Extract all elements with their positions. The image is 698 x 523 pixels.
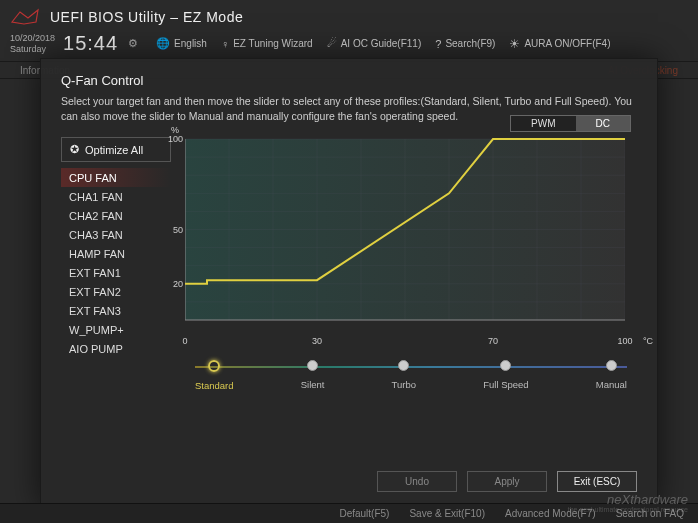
xtick: 30 — [312, 336, 322, 346]
nav-aura[interactable]: ☀ AURA ON/OFF(F4) — [509, 37, 610, 51]
globe-icon: 🌐 — [156, 37, 170, 50]
fan-list: ✪ Optimize All CPU FANCHA1 FANCHA2 FANCH… — [61, 137, 171, 394]
profile-standard[interactable]: Standard — [195, 360, 234, 391]
fan-item-aio-pump[interactable]: AIO PUMP — [61, 339, 171, 358]
fan-curve-chart[interactable]: % °C 205010003070100 — [185, 137, 637, 332]
nav-language[interactable]: 🌐 English — [156, 37, 207, 50]
xtick: 70 — [488, 336, 498, 346]
date-block: 10/20/2018 Saturday — [10, 33, 55, 55]
fan-item-cha3-fan[interactable]: CHA3 FAN — [61, 225, 171, 244]
x-axis-unit: °C — [643, 336, 653, 346]
nav-language-label: English — [174, 38, 207, 49]
fan-item-cha2-fan[interactable]: CHA2 FAN — [61, 206, 171, 225]
footer-save[interactable]: Save & Exit(F10) — [409, 508, 485, 519]
footer-default[interactable]: Default(F5) — [339, 508, 389, 519]
nav-search[interactable]: ? Search(F9) — [435, 38, 495, 50]
xtick: 0 — [182, 336, 187, 346]
nav-oc-label: AI OC Guide(F11) — [341, 38, 422, 49]
profile-silent[interactable]: Silent — [301, 360, 325, 391]
aura-icon: ☀ — [509, 37, 520, 51]
profile-dot — [398, 360, 409, 371]
fan-item-w-pump-[interactable]: W_PUMP+ — [61, 320, 171, 339]
fan-item-ext-fan3[interactable]: EXT FAN3 — [61, 301, 171, 320]
fan-item-ext-fan1[interactable]: EXT FAN1 — [61, 263, 171, 282]
footer-advanced[interactable]: Advanced Mode(F7) — [505, 508, 596, 519]
nav-aura-label: AURA ON/OFF(F4) — [524, 38, 610, 49]
undo-button[interactable]: Undo — [377, 471, 457, 492]
nav-wizard[interactable]: ♀ EZ Tuning Wizard — [221, 38, 313, 50]
optimize-icon: ✪ — [70, 143, 79, 156]
optimize-all-button[interactable]: ✪ Optimize All — [61, 137, 171, 162]
ytick: 100 — [167, 134, 183, 144]
profile-manual[interactable]: Manual — [596, 360, 627, 391]
modal-title: Q-Fan Control — [61, 73, 637, 88]
optimize-all-label: Optimize All — [85, 144, 143, 156]
profile-label: Manual — [596, 379, 627, 390]
mode-dc[interactable]: DC — [576, 116, 630, 131]
date-text: 10/20/2018 — [10, 33, 55, 44]
qfan-modal: Q-Fan Control Select your target fan and… — [40, 58, 658, 507]
profile-dot — [500, 360, 511, 371]
clock-time: 15:44 — [63, 32, 118, 55]
xtick: 100 — [617, 336, 632, 346]
app-title: UEFI BIOS Utility – EZ Mode — [50, 9, 243, 25]
profile-full-speed[interactable]: Full Speed — [483, 360, 528, 391]
bulb-icon: ♀ — [221, 38, 229, 50]
profile-dot — [606, 360, 617, 371]
search-icon: ? — [435, 38, 441, 50]
profile-label: Full Speed — [483, 379, 528, 390]
profile-dot — [208, 360, 220, 372]
day-text: Saturday — [10, 44, 55, 55]
ytick: 20 — [167, 279, 183, 289]
apply-button[interactable]: Apply — [467, 471, 547, 492]
fan-item-hamp-fan[interactable]: HAMP FAN — [61, 244, 171, 263]
fan-item-cpu-fan[interactable]: CPU FAN — [61, 168, 171, 187]
ytick: 50 — [167, 225, 183, 235]
fan-item-cha1-fan[interactable]: CHA1 FAN — [61, 187, 171, 206]
profile-label: Silent — [301, 379, 325, 390]
profile-dot — [307, 360, 318, 371]
nav-wizard-label: EZ Tuning Wizard — [233, 38, 312, 49]
mode-pwm[interactable]: PWM — [511, 116, 575, 131]
nav-search-label: Search(F9) — [445, 38, 495, 49]
gear-icon[interactable]: ⚙ — [128, 37, 138, 50]
fan-item-ext-fan2[interactable]: EXT FAN2 — [61, 282, 171, 301]
nav-oc-guide[interactable]: ☄ AI OC Guide(F11) — [327, 37, 422, 50]
exit-button[interactable]: Exit (ESC) — [557, 471, 637, 492]
footer-faq[interactable]: Search on FAQ — [616, 508, 684, 519]
mode-toggle: PWM DC — [510, 115, 631, 132]
profile-turbo[interactable]: Turbo — [392, 360, 416, 391]
profile-label: Turbo — [392, 379, 416, 390]
profile-label: Standard — [195, 380, 234, 391]
profile-slider[interactable]: StandardSilentTurboFull SpeedManual — [185, 360, 637, 394]
lightning-icon: ☄ — [327, 37, 337, 50]
rog-logo — [10, 6, 40, 28]
